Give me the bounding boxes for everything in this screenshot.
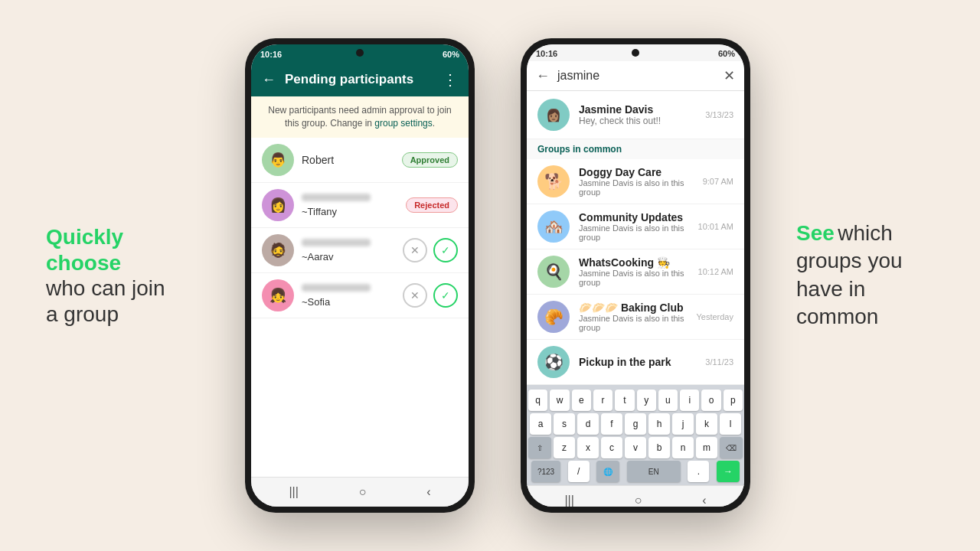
key-e[interactable]: e xyxy=(572,390,591,411)
group-info-community: Community Updates Jasmine Davis is also … xyxy=(579,211,689,242)
key-space-en[interactable]: EN xyxy=(627,461,681,482)
contact-info: Jasmine Davis Hey, check this out!! xyxy=(579,103,696,126)
contact-msg: Hey, check this out!! xyxy=(579,116,696,126)
search-back-button[interactable]: ← xyxy=(536,68,550,84)
key-i[interactable]: i xyxy=(680,390,699,411)
phone2-nav-home[interactable]: ○ xyxy=(635,494,642,507)
left-line4: a group xyxy=(46,302,199,328)
left-line3: who can join xyxy=(46,276,199,302)
participant-name-tiffany: ~Tiffany xyxy=(302,206,398,217)
group-info-baking: 🥟🥟🥟 Baking Club Jasmine Davis is also in… xyxy=(579,302,687,332)
key-h[interactable]: h xyxy=(648,413,670,435)
key-c[interactable]: c xyxy=(601,437,622,458)
approve-button-sofia[interactable]: ✓ xyxy=(433,283,458,308)
keyboard[interactable]: q w e r t y u i o p a s d f g h xyxy=(527,385,744,485)
group-time-pickup: 3/11/23 xyxy=(705,357,733,367)
key-s[interactable]: s xyxy=(554,413,575,435)
nav-back[interactable]: ‹ xyxy=(426,485,430,499)
key-z[interactable]: z xyxy=(554,437,575,458)
group-item-pickup: ⚽ Pickup in the park 3/11/23 xyxy=(527,340,744,385)
key-period[interactable]: . xyxy=(688,461,709,482)
group-info-doggy: Doggy Day Care Jasmine Davis is also in … xyxy=(579,166,694,197)
nav-home[interactable]: ○ xyxy=(359,485,367,499)
group-item-doggy: 🐕 Doggy Day Care Jasmine Davis is also i… xyxy=(527,159,744,204)
keyboard-row2: a s d f g h j k l xyxy=(528,413,743,435)
key-o[interactable]: o xyxy=(701,390,720,411)
group-avatar-pickup: ⚽ xyxy=(537,346,570,378)
phone1-inner: 10:16 60% ← Pending participants ⋮ New p… xyxy=(251,44,469,507)
notice-box: New participants need admin approval to … xyxy=(251,96,469,138)
group-item-community: 🏘️ Community Updates Jasmine Davis is al… xyxy=(527,204,744,249)
action-buttons-sofia: ✕ ✓ xyxy=(403,283,458,308)
phone1: 10:16 60% ← Pending participants ⋮ New p… xyxy=(245,38,475,513)
back-button[interactable]: ← xyxy=(262,72,276,88)
key-n[interactable]: n xyxy=(672,437,694,458)
groups-list: 🐕 Doggy Day Care Jasmine Davis is also i… xyxy=(527,159,744,385)
keyboard-bottom-row: ?123 / 🌐 EN . → xyxy=(528,461,743,482)
right-panel-text: See which groups you have in common xyxy=(796,220,949,331)
search-input[interactable]: jasmine xyxy=(557,69,716,83)
key-y[interactable]: y xyxy=(637,390,656,411)
group-name-pickup: Pickup in the park xyxy=(579,356,696,368)
contact-result: 👩🏽 Jasmine Davis Hey, check this out!! 3… xyxy=(527,91,744,139)
group-sub-community: Jasmine Davis is also in this group xyxy=(579,223,689,242)
group-item-cooking: 🍳 WhatsCooking 🧑‍🍳 Jasmine Davis is also… xyxy=(527,249,744,295)
key-shift[interactable]: ⇧ xyxy=(528,437,551,458)
group-avatar-baking: 🥐 xyxy=(537,301,570,333)
keyboard-row1: q w e r t y u i o p xyxy=(528,390,743,411)
phone2-nav-back[interactable]: ‹ xyxy=(702,494,706,507)
phone1-camera xyxy=(356,49,364,57)
left-line1: Quickly xyxy=(46,224,199,250)
header-title: Pending participants xyxy=(285,72,433,87)
key-w[interactable]: w xyxy=(550,390,569,411)
key-v[interactable]: v xyxy=(625,437,646,458)
group-settings-link[interactable]: group settings xyxy=(374,118,432,129)
groups-in-common-header: Groups in common xyxy=(527,139,744,159)
blurred-phone-aarav xyxy=(302,239,371,246)
group-avatar-doggy: 🐕 xyxy=(537,165,570,197)
right-line1: See xyxy=(796,221,835,245)
phone2-nav-recent[interactable]: ||| xyxy=(564,494,573,507)
key-l[interactable]: l xyxy=(720,413,741,435)
key-a[interactable]: a xyxy=(530,413,551,435)
search-bar[interactable]: ← jasmine ✕ xyxy=(527,61,744,91)
key-r[interactable]: r xyxy=(593,390,612,411)
group-sub-cooking: Jasmine Davis is also in this group xyxy=(579,269,689,287)
key-q[interactable]: q xyxy=(528,390,547,411)
nav-recent[interactable]: ||| xyxy=(289,485,298,499)
group-name-community: Community Updates xyxy=(579,211,689,223)
reject-button-sofia[interactable]: ✕ xyxy=(403,283,427,308)
key-j[interactable]: j xyxy=(672,413,694,435)
key-f[interactable]: f xyxy=(601,413,622,435)
key-b[interactable]: b xyxy=(648,437,670,458)
key-m[interactable]: m xyxy=(696,437,717,458)
participant-item-tiffany: 👩 ~Tiffany Rejected xyxy=(251,183,469,228)
key-d[interactable]: d xyxy=(577,413,599,435)
phone2-camera xyxy=(632,49,639,57)
key-send[interactable]: → xyxy=(717,461,740,482)
phone2: 10:16 60% ← jasmine ✕ 👩🏽 Jasmine Davis H… xyxy=(521,38,750,513)
phone1-time: 10:16 xyxy=(260,50,282,59)
avatar-aarav: 🧔 xyxy=(262,234,294,266)
key-slash[interactable]: / xyxy=(568,461,590,482)
key-k[interactable]: k xyxy=(696,413,717,435)
group-time-cooking: 10:12 AM xyxy=(698,267,733,276)
group-time-baking: Yesterday xyxy=(696,312,733,321)
key-123[interactable]: ?123 xyxy=(531,461,560,482)
approve-button-aarav[interactable]: ✓ xyxy=(433,238,458,262)
key-g[interactable]: g xyxy=(625,413,646,435)
group-name-cooking: WhatsCooking 🧑‍🍳 xyxy=(579,256,689,269)
phone2-time: 10:16 xyxy=(536,49,557,58)
key-globe[interactable]: 🌐 xyxy=(596,461,619,482)
key-backspace[interactable]: ⌫ xyxy=(720,437,743,458)
action-buttons-aarav: ✕ ✓ xyxy=(403,238,458,262)
blurred-phone-sofia xyxy=(302,284,371,292)
more-button[interactable]: ⋮ xyxy=(443,70,458,89)
key-x[interactable]: x xyxy=(577,437,599,458)
key-u[interactable]: u xyxy=(658,390,678,411)
reject-button-aarav[interactable]: ✕ xyxy=(403,238,427,262)
phone2-inner: 10:16 60% ← jasmine ✕ 👩🏽 Jasmine Davis H… xyxy=(527,44,744,507)
key-t[interactable]: t xyxy=(615,390,634,411)
key-p[interactable]: p xyxy=(724,390,743,411)
search-clear-button[interactable]: ✕ xyxy=(724,67,735,84)
